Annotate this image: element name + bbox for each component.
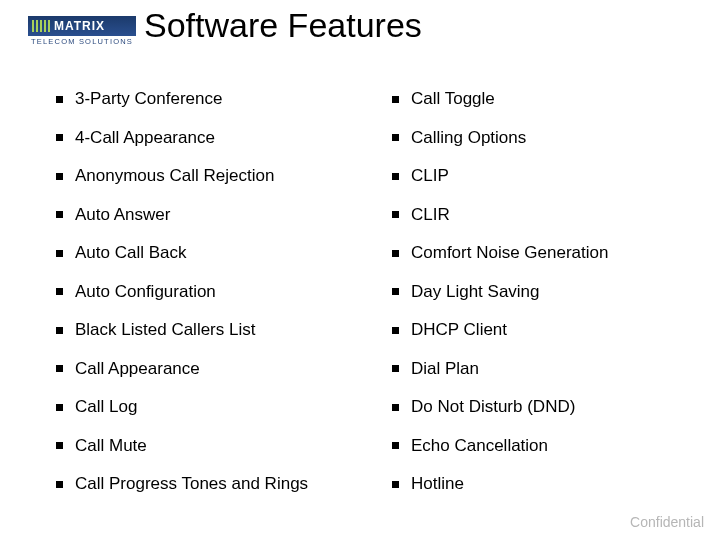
list-item: 3-Party Conference [56, 80, 392, 119]
feature-label: Auto Answer [75, 205, 170, 225]
feature-label: Anonymous Call Rejection [75, 166, 274, 186]
logo-name: MATRIX [54, 19, 105, 33]
square-bullet-icon [56, 404, 63, 411]
square-bullet-icon [56, 173, 63, 180]
list-item: Do Not Disturb (DND) [392, 388, 692, 427]
square-bullet-icon [56, 211, 63, 218]
feature-label: DHCP Client [411, 320, 507, 340]
list-item: Echo Cancellation [392, 427, 692, 466]
list-item: CLIP [392, 157, 692, 196]
square-bullet-icon [392, 404, 399, 411]
feature-label: Calling Options [411, 128, 526, 148]
logo: MATRIX TELECOM SOLUTIONS [28, 16, 136, 46]
feature-label: Auto Call Back [75, 243, 187, 263]
list-item: CLIR [392, 196, 692, 235]
feature-label: 4-Call Appearance [75, 128, 215, 148]
square-bullet-icon [392, 288, 399, 295]
square-bullet-icon [56, 288, 63, 295]
feature-label: Echo Cancellation [411, 436, 548, 456]
feature-column-right: Call Toggle Calling Options CLIP CLIR Co… [392, 80, 692, 504]
list-item: Calling Options [392, 119, 692, 158]
square-bullet-icon [392, 481, 399, 488]
square-bullet-icon [56, 442, 63, 449]
list-item: 4-Call Appearance [56, 119, 392, 158]
feature-label: CLIR [411, 205, 450, 225]
feature-column-left: 3-Party Conference 4-Call Appearance Ano… [56, 80, 392, 504]
list-item: Call Progress Tones and Rings [56, 465, 392, 504]
square-bullet-icon [56, 96, 63, 103]
list-item: Call Appearance [56, 350, 392, 389]
square-bullet-icon [392, 134, 399, 141]
logo-badge: MATRIX [28, 16, 136, 36]
confidential-watermark: Confidential [630, 514, 704, 530]
feature-label: Call Progress Tones and Rings [75, 474, 308, 494]
list-item: Auto Configuration [56, 273, 392, 312]
list-item: Auto Answer [56, 196, 392, 235]
feature-label: CLIP [411, 166, 449, 186]
square-bullet-icon [392, 96, 399, 103]
feature-label: Comfort Noise Generation [411, 243, 608, 263]
list-item: Auto Call Back [56, 234, 392, 273]
logo-tagline: TELECOM SOLUTIONS [28, 37, 136, 46]
feature-label: Black Listed Callers List [75, 320, 255, 340]
list-item: Call Mute [56, 427, 392, 466]
logo-bars-icon [32, 20, 50, 32]
square-bullet-icon [392, 442, 399, 449]
feature-label: Call Appearance [75, 359, 200, 379]
list-item: Anonymous Call Rejection [56, 157, 392, 196]
square-bullet-icon [392, 211, 399, 218]
list-item: Day Light Saving [392, 273, 692, 312]
square-bullet-icon [392, 365, 399, 372]
feature-label: Call Toggle [411, 89, 495, 109]
feature-columns: 3-Party Conference 4-Call Appearance Ano… [56, 80, 692, 504]
square-bullet-icon [56, 481, 63, 488]
square-bullet-icon [56, 365, 63, 372]
list-item: Hotline [392, 465, 692, 504]
square-bullet-icon [56, 327, 63, 334]
list-item: Call Log [56, 388, 392, 427]
feature-label: 3-Party Conference [75, 89, 222, 109]
square-bullet-icon [56, 134, 63, 141]
feature-label: Hotline [411, 474, 464, 494]
square-bullet-icon [56, 250, 63, 257]
square-bullet-icon [392, 327, 399, 334]
feature-label: Do Not Disturb (DND) [411, 397, 575, 417]
list-item: Dial Plan [392, 350, 692, 389]
feature-label: Dial Plan [411, 359, 479, 379]
feature-label: Auto Configuration [75, 282, 216, 302]
list-item: Black Listed Callers List [56, 311, 392, 350]
list-item: Call Toggle [392, 80, 692, 119]
feature-label: Day Light Saving [411, 282, 540, 302]
square-bullet-icon [392, 173, 399, 180]
feature-label: Call Mute [75, 436, 147, 456]
list-item: DHCP Client [392, 311, 692, 350]
page-title: Software Features [144, 6, 422, 45]
feature-label: Call Log [75, 397, 137, 417]
square-bullet-icon [392, 250, 399, 257]
list-item: Comfort Noise Generation [392, 234, 692, 273]
